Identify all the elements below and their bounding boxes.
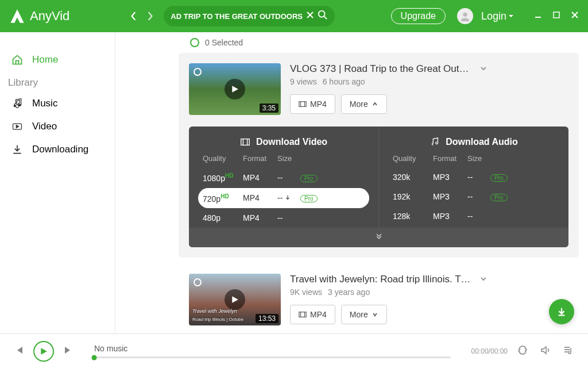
result-1-title[interactable]: VLOG 373 | Road Trip to the Great Outdoo… xyxy=(290,63,474,75)
result-1-thumbnail[interactable]: 3:35 xyxy=(189,63,281,115)
svg-point-0 xyxy=(319,11,325,17)
play-button[interactable] xyxy=(33,341,54,362)
next-track-button[interactable] xyxy=(63,345,74,358)
film-icon xyxy=(299,310,307,319)
volume-button[interactable] xyxy=(540,344,551,358)
nav-back[interactable] xyxy=(127,9,141,23)
selection-label: 0 Selected xyxy=(205,38,243,47)
th-quality: Quality xyxy=(393,154,433,163)
result-2-age: 3 years ago xyxy=(328,288,370,297)
result-2-thumbnail[interactable]: Travel with Jewelyn Road trip Illinois |… xyxy=(189,274,281,325)
chevron-down-icon xyxy=(372,311,378,318)
size-label: -- xyxy=(277,193,283,202)
audio-row-320k[interactable]: 320k MP3 -- Pro xyxy=(388,167,559,187)
download-video-column: Download Video Quality Format Size 1080p… xyxy=(189,126,379,228)
result-2-title[interactable]: Travel with Jewelyn: Road trip Illinois.… xyxy=(290,274,474,285)
mp4-label: MP4 xyxy=(310,99,327,109)
thumb-select-radio[interactable] xyxy=(194,278,202,286)
app-name: AnyVid xyxy=(30,9,69,24)
maximize-icon[interactable] xyxy=(552,11,560,21)
svg-point-1 xyxy=(463,13,467,17)
download-fab[interactable] xyxy=(549,299,574,324)
thumb-select-radio[interactable] xyxy=(194,68,202,76)
upgrade-button[interactable]: Upgrade xyxy=(391,8,446,24)
result-1-views: 9 views xyxy=(290,77,317,86)
search-clear-icon[interactable] xyxy=(306,11,314,21)
content-area: 0 Selected 3:35 VLOG 373 | Road Trip to … xyxy=(115,32,588,334)
svg-rect-6 xyxy=(299,102,306,107)
pro-badge: Pro xyxy=(300,175,318,182)
repeat-button[interactable] xyxy=(517,344,528,358)
fmt-label: MP4 xyxy=(243,213,277,223)
pro-badge: Pro xyxy=(490,194,508,201)
result-1-age: 6 hours ago xyxy=(323,77,365,86)
video-icon xyxy=(11,121,23,132)
search-icon[interactable] xyxy=(318,10,328,22)
th-format: Format xyxy=(433,154,467,163)
fmt-label: MP3 xyxy=(433,172,467,182)
audio-row-192k[interactable]: 192k MP3 -- Pro xyxy=(388,187,559,206)
playlist-button[interactable] xyxy=(563,344,574,358)
search-input[interactable] xyxy=(171,12,303,21)
music-icon xyxy=(11,98,23,109)
track-time: 00:00/00:00 xyxy=(471,347,508,355)
play-icon[interactable] xyxy=(225,289,245,310)
search-bar xyxy=(164,6,335,26)
th-size: Size xyxy=(277,154,300,163)
film-icon xyxy=(299,100,307,108)
selection-row[interactable]: 0 Selected xyxy=(115,32,588,53)
progress-slider[interactable] xyxy=(94,356,451,358)
avatar[interactable] xyxy=(457,8,473,24)
video-row-720p[interactable]: 720pHD MP4 -- Pro xyxy=(198,188,369,209)
login-label: Login xyxy=(481,10,506,22)
thumb-overlay-2: Road trip Illinois | Octobe xyxy=(192,317,243,322)
hd-badge: HD xyxy=(225,172,233,179)
th-format: Format xyxy=(243,154,277,163)
double-chevron-down-icon xyxy=(375,232,383,240)
download-icon xyxy=(556,306,567,317)
nav-forward[interactable] xyxy=(143,9,157,23)
mp4-button[interactable]: MP4 xyxy=(290,94,335,114)
chevron-down-icon[interactable] xyxy=(479,275,488,285)
mp4-label: MP4 xyxy=(310,310,327,319)
duration-badge: 3:35 xyxy=(260,103,278,113)
more-label: More xyxy=(350,310,368,319)
login-button[interactable]: Login xyxy=(481,10,514,22)
sidebar-item-video[interactable]: Video xyxy=(0,115,115,138)
sidebar-item-music[interactable]: Music xyxy=(0,92,115,115)
play-icon[interactable] xyxy=(225,79,245,99)
download-arrow-icon xyxy=(285,195,291,201)
more-button[interactable]: More xyxy=(341,94,387,114)
audio-row-128k[interactable]: 128k MP3 -- xyxy=(388,206,559,226)
minimize-icon[interactable] xyxy=(534,11,542,21)
sidebar-item-home[interactable]: Home xyxy=(0,48,115,71)
more-button[interactable]: More xyxy=(341,305,387,324)
sidebar: Home Library Music Video Downloading xyxy=(0,32,115,334)
result-card-1: 3:35 VLOG 373 | Road Trip to the Great O… xyxy=(179,53,579,258)
size-label: -- xyxy=(467,172,490,182)
nav-arrows xyxy=(127,9,157,23)
sidebar-item-downloading[interactable]: Downloading xyxy=(0,138,115,161)
prev-track-button[interactable] xyxy=(14,345,24,358)
chevron-up-icon xyxy=(372,101,378,108)
more-label: More xyxy=(350,99,368,109)
svg-point-4 xyxy=(18,103,21,106)
track-title: No music xyxy=(94,344,451,353)
expand-panel-button[interactable] xyxy=(189,228,568,247)
sidebar-section-library: Library xyxy=(0,71,115,92)
close-icon[interactable] xyxy=(571,11,579,21)
thumb-overlay-1: Travel with Jewelyn xyxy=(192,308,237,314)
th-size: Size xyxy=(467,154,490,163)
size-label: -- xyxy=(277,173,300,182)
chevron-down-icon[interactable] xyxy=(479,64,488,75)
download-icon xyxy=(11,144,23,155)
result-card-2: Travel with Jewelyn Road trip Illinois |… xyxy=(179,263,579,334)
pro-badge: Pro xyxy=(300,195,318,202)
th-quality: Quality xyxy=(203,154,243,163)
music-icon xyxy=(430,137,440,147)
fmt-label: MP4 xyxy=(243,173,277,182)
video-row-1080p[interactable]: 1080pHD MP4 -- Pro xyxy=(198,167,369,188)
video-row-480p[interactable]: 480p MP4 -- xyxy=(198,208,369,228)
mp4-button[interactable]: MP4 xyxy=(290,305,335,324)
select-all-radio[interactable] xyxy=(190,38,199,47)
